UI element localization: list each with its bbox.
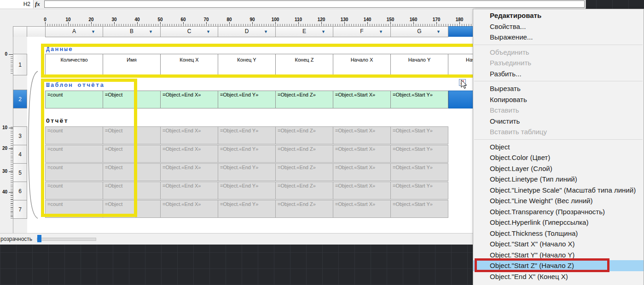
menu-item[interactable]: Копировать [473, 94, 644, 105]
menu-item[interactable]: Object.Transparency (Прозрачность) [473, 206, 644, 217]
transparency-slider-handle[interactable] [37, 235, 41, 242]
report-cell: =Object.«End X» [160, 200, 218, 218]
v-ruler-label: 40 [0, 189, 7, 194]
menu-item: Вставить таблицу [473, 126, 644, 137]
template-cell[interactable] [136, 91, 161, 108]
h-ruler-label: 180 [456, 17, 464, 22]
v-ruler-label-tick [9, 148, 13, 149]
grid-corner-cell [13, 26, 27, 37]
menu-item[interactable]: Object."Line Weight" (Вес линий) [473, 195, 644, 206]
transparency-label: розрачность [0, 236, 32, 242]
h-ruler-label: 150 [387, 17, 395, 22]
report-cell: =Object.«End X» [160, 182, 218, 200]
row-header-3[interactable]: 3 [13, 126, 27, 145]
menu-item[interactable]: Свойства... [473, 21, 644, 32]
report-cell [136, 200, 161, 218]
h-ruler-label: 100 [272, 17, 279, 22]
row-header-7[interactable]: 7 [13, 200, 27, 219]
column-header-g[interactable]: G▼ [390, 26, 448, 37]
menu-separator [474, 81, 643, 81]
menu-item[interactable]: Object."End X" (Конец X) [473, 271, 644, 282]
template-cell[interactable]: =Object.«Start X» [333, 91, 391, 108]
transparency-slider-track[interactable] [37, 238, 96, 241]
column-header-e[interactable]: E▼ [275, 26, 333, 37]
context-menu: РедактироватьСвойства...Выражение...Объе… [473, 9, 644, 285]
h-ruler-label: 70 [203, 17, 209, 22]
report-cell: =Object.«End X» [160, 163, 218, 181]
v-ruler-label: 10 [0, 125, 7, 130]
menu-item[interactable]: Object.Hyperlink (Гиперссылка) [473, 217, 644, 228]
menu-item[interactable]: Object.Thickness (Толщина) [473, 228, 644, 239]
h-ruler-label: 130 [341, 17, 348, 22]
row-header-2[interactable]: 2 [13, 90, 27, 108]
v-ruler-label: 30 [0, 169, 7, 174]
formula-input[interactable] [44, 0, 585, 8]
h-ruler-label: 120 [318, 17, 325, 22]
menu-separator [474, 139, 643, 140]
report-cell: =Object.«End Z» [275, 200, 333, 218]
menu-item[interactable]: Очистить [473, 116, 644, 127]
chevron-down-icon[interactable]: ▼ [436, 29, 441, 34]
column-header-f[interactable]: F▼ [333, 26, 391, 37]
row-header-6[interactable]: 6 [13, 182, 27, 200]
template-cell[interactable]: =Object.«End Y» [218, 91, 276, 108]
menu-item[interactable]: Object.Linetype (Тип линий) [473, 174, 644, 185]
h-ruler-label: 50 [157, 17, 162, 22]
column-header-a[interactable]: A▼ [45, 26, 103, 37]
report-cell: =Object.«End Z» [275, 145, 333, 163]
report-cell: =Object.«End X» [160, 145, 218, 163]
report-cell: =Object.«End Y» [218, 126, 276, 144]
v-ruler-label: 0 [0, 51, 7, 57]
cell-name-box[interactable]: H2 [0, 0, 34, 8]
v-ruler-label-tick [9, 54, 13, 55]
h-ruler-label: 170 [433, 17, 441, 22]
menu-separator [474, 45, 643, 45]
h-ruler-label: 90 [249, 17, 255, 22]
menu-item[interactable]: Object."Linetype Scale" (Масштаб типа ли… [473, 185, 644, 196]
row-header-1[interactable]: 1 [13, 54, 27, 75]
report-cell: =Object.«Start Y» [390, 182, 448, 200]
report-cell: =Object.«End X» [160, 126, 218, 144]
chevron-down-icon[interactable]: ▼ [264, 29, 268, 34]
menu-item[interactable]: Object.Layer (Слой) [473, 163, 644, 174]
menu-item[interactable]: Object [473, 142, 644, 153]
v-ruler-label-tick [9, 128, 13, 128]
report-cell: =Object.«Start X» [333, 163, 391, 181]
h-ruler-label: 80 [226, 17, 232, 22]
report-cell [136, 145, 161, 163]
annotation-yellow-box-data [41, 44, 478, 78]
report-cell: =Object.«End Y» [218, 163, 276, 181]
menu-item: Объединить [473, 47, 644, 58]
h-ruler-label: 160 [410, 17, 418, 22]
menu-item[interactable]: Object.Color (Цвет) [473, 152, 644, 163]
chevron-down-icon[interactable]: ▼ [91, 29, 95, 34]
menu-item[interactable]: Выражение... [473, 32, 644, 43]
h-ruler-label: 40 [134, 17, 139, 22]
template-cell[interactable]: =Object.«End X» [160, 91, 218, 108]
menu-item[interactable]: Редактировать [473, 10, 644, 21]
group-bracket [27, 70, 39, 220]
annotation-yellow-box-template [41, 79, 137, 217]
template-cell[interactable]: =Object.«Start Y» [390, 91, 448, 108]
mouse-cursor [461, 80, 468, 90]
column-header-d[interactable]: D▼ [218, 26, 276, 37]
menu-item[interactable]: Вырезать [473, 83, 644, 94]
row-header-4[interactable]: 4 [13, 145, 27, 164]
row-header-5[interactable]: 5 [13, 163, 27, 182]
report-cell: =Object.«End Y» [218, 200, 276, 218]
column-header-b[interactable]: B▼ [103, 26, 161, 37]
column-header-c[interactable]: C▼ [160, 26, 218, 37]
report-cell: =Object.«End Y» [218, 182, 276, 200]
menu-item[interactable]: Разбить... [473, 68, 644, 80]
report-cell: =Object.«Start X» [333, 182, 391, 200]
chevron-down-icon[interactable]: ▼ [149, 29, 153, 34]
chevron-down-icon[interactable]: ▼ [321, 29, 325, 34]
template-cell[interactable]: =Object.«End Z» [275, 91, 333, 108]
chevron-down-icon[interactable]: ▼ [206, 29, 210, 34]
menu-item[interactable]: Object."Start Z" (Начало Z) [473, 260, 644, 271]
menu-item[interactable]: Object."Start X" (Начало X) [473, 239, 644, 250]
report-cell: =Object.«Start Y» [390, 200, 448, 218]
report-cell: =Object.«End Z» [275, 182, 333, 200]
report-cell [136, 182, 161, 200]
chevron-down-icon[interactable]: ▼ [379, 29, 383, 34]
